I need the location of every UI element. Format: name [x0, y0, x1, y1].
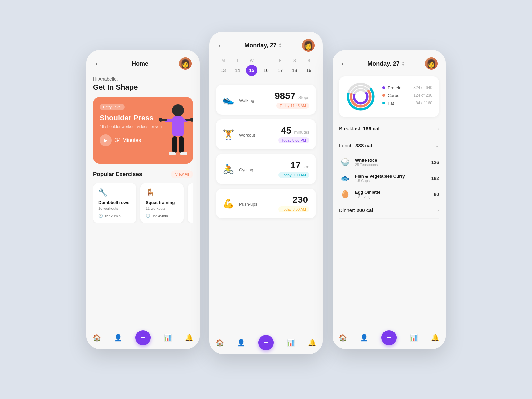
cal-day-1[interactable]: T 14: [232, 58, 243, 76]
avatar-image: [179, 57, 192, 70]
nav-stats-3[interactable]: 📊: [410, 334, 418, 342]
rice-cal: 126: [431, 160, 439, 165]
cycling-label: Cycling: [239, 167, 253, 172]
activity-date: Monday, 27: [244, 42, 277, 49]
exercise-count-0: 16 workouts: [98, 206, 131, 210]
donut-chart: [346, 82, 376, 112]
rice-info: White Rice 25 Teaspoons: [355, 158, 427, 167]
avatar[interactable]: [179, 57, 192, 70]
workout-value: 45 minutes Today 8:00 PM: [278, 125, 309, 143]
nutrition-date: Monday, 27: [367, 60, 400, 67]
cal-day-2[interactable]: W 15: [246, 58, 257, 76]
cal-day-4[interactable]: F 17: [275, 58, 286, 76]
cal-num-2: 15: [246, 65, 257, 76]
cal-day-5[interactable]: S 18: [289, 58, 300, 76]
carbs-value: 124 of 230: [413, 93, 432, 98]
avatar-3[interactable]: [425, 57, 438, 70]
cal-day-3[interactable]: T 16: [260, 58, 272, 76]
nav-plus-3[interactable]: +: [381, 330, 397, 345]
cal-day-6[interactable]: S 19: [303, 58, 314, 76]
cal-label-2: W: [250, 58, 253, 63]
svg-point-5: [159, 118, 163, 122]
avatar-2[interactable]: [302, 39, 315, 52]
cal-label-5: S: [293, 58, 296, 63]
nutrition-back-button[interactable]: ←: [340, 60, 347, 67]
cal-num-6: 19: [303, 65, 314, 76]
carbs-label: Carbs: [388, 93, 411, 98]
date-nav: Monday, 27 ▲▼: [244, 42, 282, 49]
fat-dot: [382, 102, 385, 104]
nutrition-date-arrows[interactable]: ▲▼: [402, 61, 405, 66]
cal-label-0: M: [221, 58, 225, 63]
activity-workout[interactable]: 🏋️ Workout 45 minutes Today 8:00 PM: [216, 119, 316, 149]
activity-back-button[interactable]: ←: [217, 42, 224, 49]
activity-pushups[interactable]: 💪 Push-ups 230 Today 8:00 AM: [216, 189, 316, 218]
nav-home-1[interactable]: 🏠: [93, 334, 101, 342]
nutrition-legend: Protein 324 of 640 Carbs 124 of 230 Fat …: [382, 85, 432, 108]
view-all-button[interactable]: View All: [171, 170, 193, 178]
svg-rect-8: [179, 136, 184, 153]
nav-plus-1[interactable]: +: [135, 330, 151, 345]
egg-icon: 🥚: [339, 190, 351, 199]
fish-cal: 182: [431, 176, 439, 181]
dinner-arrow: ›: [437, 208, 439, 213]
breakfast-row[interactable]: Breakfast: 186 cal ›: [339, 120, 439, 137]
avatar-image-2: [302, 39, 315, 52]
protein-dot: [382, 86, 385, 89]
svg-point-0: [172, 104, 184, 116]
walking-icon: 👟: [223, 94, 234, 105]
nav-plus-2[interactable]: +: [258, 335, 274, 350]
exercise-card-0[interactable]: 🔧 Dumbbell rows 16 workouts 🕐 1hr 20min: [93, 183, 136, 223]
nav-profile-3[interactable]: 👤: [360, 334, 368, 342]
activity-cycling[interactable]: 🚴 Cycling 17 km Today 9:00 AM: [216, 154, 316, 184]
greeting-bold: Get In Shape: [93, 83, 193, 92]
dinner-title: Dinner: 200 cal: [339, 207, 373, 213]
fish-icon: 🐟: [339, 174, 351, 183]
nav-bell-3[interactable]: 🔔: [431, 334, 439, 342]
nav-home-3[interactable]: 🏠: [339, 334, 347, 342]
pushups-label: Push-ups: [239, 202, 257, 207]
nav-profile-1[interactable]: 👤: [114, 334, 122, 342]
play-button[interactable]: ▶: [100, 134, 112, 146]
cycling-icon: 🚴: [223, 164, 234, 175]
fish-serving: 1.5 Cups: [355, 179, 427, 183]
lunch-row[interactable]: Lunch: 388 cal ⌄: [339, 137, 439, 154]
exercise-card-1[interactable]: 🪑 Squat training 11 workouts 🕐 0hr 45min: [140, 183, 184, 223]
cal-label-1: T: [236, 58, 239, 63]
fat-value: 84 of 160: [416, 101, 432, 105]
pushups-icon: 💪: [223, 198, 234, 209]
nutrition-header: ← Monday, 27 ▲▼: [332, 50, 446, 73]
back-button[interactable]: ←: [94, 60, 101, 67]
nav-bell-2[interactable]: 🔔: [308, 339, 316, 347]
phone-home: ← Home Hi Anabelle, Get In Shape Entry L…: [86, 50, 200, 349]
lunch-chevron: ⌄: [435, 142, 439, 149]
nav-home-2[interactable]: 🏠: [216, 339, 224, 347]
activity-walking[interactable]: 👟 Walking 9857 Steps Today 11:45 AM: [216, 85, 316, 115]
phone-activity: ← Monday, 27 ▲▼ M 13 T 14 W 15 T 16 F 17: [209, 32, 323, 354]
dinner-row[interactable]: Dinner: 200 cal ›: [339, 202, 439, 219]
hero-card[interactable]: Entry Level Shoulder Press 16 shoulder w…: [93, 97, 193, 164]
cal-day-0[interactable]: M 13: [217, 58, 229, 76]
nav-stats-1[interactable]: 📊: [164, 334, 172, 342]
nav-bell-1[interactable]: 🔔: [185, 334, 193, 342]
cal-num-5: 18: [289, 65, 300, 76]
exercise-card-2[interactable]: ⚡ Plunges 8 workouts 🕐 0hr 30min: [188, 183, 193, 223]
cal-label-6: S: [307, 58, 310, 63]
rice-serving: 25 Teaspoons: [355, 163, 427, 167]
rice-icon: 🍚: [339, 158, 351, 167]
walking-value: 9857 Steps Today 11:45 AM: [275, 91, 309, 109]
hero-badge: Entry Level: [100, 104, 125, 110]
activity-cards: 👟 Walking 9857 Steps Today 11:45 AM 🏋️ W…: [209, 81, 323, 222]
dumbbell-icon: 🔧: [98, 188, 131, 197]
exercise-list: 🔧 Dumbbell rows 16 workouts 🕐 1hr 20min …: [93, 183, 193, 223]
cal-num-1: 14: [232, 65, 243, 76]
date-arrows[interactable]: ▲▼: [279, 42, 282, 48]
hero-duration: 34 Minutes: [115, 137, 141, 143]
workout-tag: Today 8:00 PM: [278, 137, 309, 143]
protein-value: 324 of 640: [413, 85, 432, 90]
exercise-name-0: Dumbbell rows: [98, 200, 131, 205]
exercises-title: Popular Exercises: [93, 171, 142, 178]
nav-profile-2[interactable]: 👤: [237, 339, 245, 347]
nav-stats-2[interactable]: 📊: [287, 339, 295, 347]
svg-rect-2: [165, 119, 188, 122]
